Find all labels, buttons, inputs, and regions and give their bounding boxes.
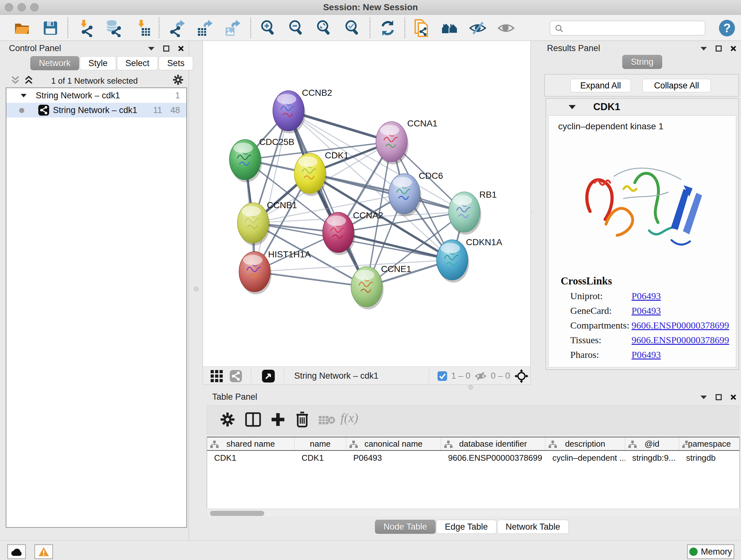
network-node-ccna2[interactable]: CCNA2 <box>323 210 383 255</box>
export-table-button[interactable] <box>195 19 213 37</box>
zoom-selected-button[interactable] <box>343 19 361 37</box>
left-splitter-handle[interactable] <box>194 287 199 291</box>
network-node-ccne1[interactable]: CCNE1 <box>351 264 411 309</box>
show-hidden-eye-button[interactable] <box>497 19 515 37</box>
table-cell[interactable]: 9606.ENSP00000378699 <box>441 451 545 465</box>
network-row[interactable]: String Network – cdk1 11 48 <box>6 103 186 118</box>
network-node-cdkn1a[interactable]: CDKN1A <box>436 237 502 283</box>
panel-float-caret-icon[interactable] <box>148 46 155 51</box>
import-network-file-button[interactable] <box>77 19 94 37</box>
table-cell[interactable]: stringdb <box>679 451 740 465</box>
column-header-shared-name[interactable]: shared name <box>207 437 294 450</box>
refresh-button[interactable] <box>379 19 397 37</box>
import-network-database-button[interactable] <box>105 19 123 37</box>
help-button[interactable]: ? <box>719 20 735 37</box>
column-header-canonical-name[interactable]: canonical name <box>346 437 441 450</box>
panel-maximize-icon[interactable] <box>716 394 722 400</box>
selected-checkbox-icon[interactable] <box>437 371 447 381</box>
search-input[interactable] <box>550 21 705 36</box>
network-node-hist1h1a[interactable]: HIST1H1A <box>239 249 311 294</box>
collapse-section-caret-icon[interactable] <box>568 105 576 110</box>
crosslink-link[interactable]: 9606.ENSP00000378699 <box>631 320 729 331</box>
search-field[interactable] <box>567 22 701 34</box>
panel-float-caret-icon[interactable] <box>700 395 707 399</box>
warnings-button[interactable] <box>35 544 53 559</box>
table-tab-node-table[interactable]: Node Table <box>375 520 435 534</box>
panel-float-caret-icon[interactable] <box>700 46 707 51</box>
crosslink-row: Pharos:P06493 <box>570 349 730 364</box>
table-cell[interactable]: CDK1 <box>294 451 346 465</box>
export-network-button[interactable] <box>167 19 185 37</box>
zoom-out-button[interactable] <box>287 19 305 37</box>
table-row[interactable]: CDK1CDK1P064939606.ENSP00000378699cyclin… <box>207 451 739 465</box>
panel-close-icon[interactable] <box>730 394 737 400</box>
control-tab-style[interactable]: Style <box>80 56 116 70</box>
network-node-ccnb2[interactable]: CCNB2 <box>273 88 332 133</box>
open-session-button[interactable] <box>13 19 30 37</box>
crosslink-row: Tissues:9606.ENSP00000378699 <box>570 334 730 349</box>
panel-close-icon[interactable] <box>730 45 737 52</box>
column-header-namespace[interactable]: namespace <box>679 437 740 450</box>
node-table[interactable]: shared namenamecanonical namedatabase id… <box>207 437 740 508</box>
network-edge[interactable] <box>255 111 288 272</box>
crosslink-link[interactable]: P06493 <box>631 291 661 301</box>
network-node-ccnb1[interactable]: CCNB1 <box>238 200 297 246</box>
collapse-all-button[interactable]: Collapse All <box>643 79 711 92</box>
string-network-graph[interactable]: CCNB2CCNA1CDC25BCDK1CDC6RB1CCNB1CCNA2CDK… <box>203 41 531 367</box>
cloud-status-button[interactable] <box>7 544 26 559</box>
open-in-window-icon[interactable] <box>262 370 275 382</box>
table-cell[interactable]: cyclin–dependent ... <box>545 451 625 465</box>
bottom-splitter-handle[interactable] <box>468 385 473 389</box>
string-tab-icon[interactable] <box>230 370 242 382</box>
network-collection-row[interactable]: String Network – cdk1 1 <box>6 88 186 103</box>
table-settings-gear-icon[interactable] <box>219 411 236 428</box>
panel-maximize-icon[interactable] <box>716 45 722 52</box>
column-header-database-identifier[interactable]: database identifier <box>441 437 545 450</box>
fit-crosshair-icon[interactable] <box>515 369 529 383</box>
expand-all-button[interactable]: Expand All <box>570 79 631 92</box>
tree-expand-caret-icon[interactable] <box>20 93 27 98</box>
panel-close-icon[interactable] <box>178 45 184 52</box>
delete-column-trash-icon[interactable] <box>294 411 311 428</box>
control-tab-sets[interactable]: Sets <box>158 56 193 70</box>
add-column-plus-icon[interactable] <box>270 411 286 428</box>
control-tab-network[interactable]: Network <box>30 56 79 70</box>
panel-maximize-icon[interactable] <box>163 45 170 52</box>
crosslink-link[interactable]: 9606.ENSP00000378699 <box>631 334 729 346</box>
memory-button[interactable]: Memory <box>687 544 734 559</box>
network-edge[interactable] <box>288 111 367 287</box>
control-tab-select[interactable]: Select <box>117 56 158 70</box>
crosslink-link[interactable]: P06493 <box>631 349 661 360</box>
column-header-name[interactable]: name <box>294 437 346 450</box>
crosslink-link[interactable]: P06493 <box>631 305 661 316</box>
table-cell[interactable]: stringdb:9... <box>625 451 679 465</box>
tab-string[interactable]: String <box>622 55 662 69</box>
export-image-button[interactable] <box>223 19 241 37</box>
network-view-canvas[interactable]: CCNB2CCNA1CDC25BCDK1CDC6RB1CCNB1CCNA2CDK… <box>203 41 531 367</box>
network-node-rb1[interactable]: RB1 <box>449 190 496 235</box>
network-node-ccna1[interactable]: CCNA1 <box>376 118 437 165</box>
import-table-button[interactable] <box>134 19 152 37</box>
network-list-toolbar: 1 of 1 Network selected <box>0 74 189 87</box>
zoom-in-button[interactable] <box>259 19 277 37</box>
gene-card-header[interactable]: CDK1 <box>546 99 738 115</box>
zoom-fit-button[interactable] <box>315 19 333 37</box>
duplicate-network-button[interactable] <box>413 19 430 37</box>
birdseye-grid-icon[interactable] <box>211 370 223 382</box>
table-horizontal-scrollbar[interactable] <box>207 510 740 516</box>
column-header-description[interactable]: description <box>545 437 625 450</box>
table-cell[interactable]: CDK1 <box>207 451 294 465</box>
table-tab-edge-table[interactable]: Edge Table <box>436 520 496 534</box>
table-tab-network-table[interactable]: Network Table <box>497 520 569 534</box>
gear-icon[interactable] <box>172 74 184 85</box>
save-session-button[interactable] <box>42 19 59 37</box>
network-node-cdc6[interactable]: CDC6 <box>389 171 443 216</box>
houses-button[interactable] <box>441 19 459 37</box>
column-header-@id[interactable]: @id <box>625 437 679 450</box>
show-columns-icon[interactable] <box>245 411 261 428</box>
hide-selected-eye-slash-button[interactable] <box>469 19 487 37</box>
network-node-cdk1[interactable]: CDK1 <box>294 150 349 196</box>
scrollbar-thumb[interactable] <box>210 511 264 516</box>
network-node-cdc25b[interactable]: CDC25B <box>229 137 294 182</box>
table-cell[interactable]: P06493 <box>346 451 441 465</box>
